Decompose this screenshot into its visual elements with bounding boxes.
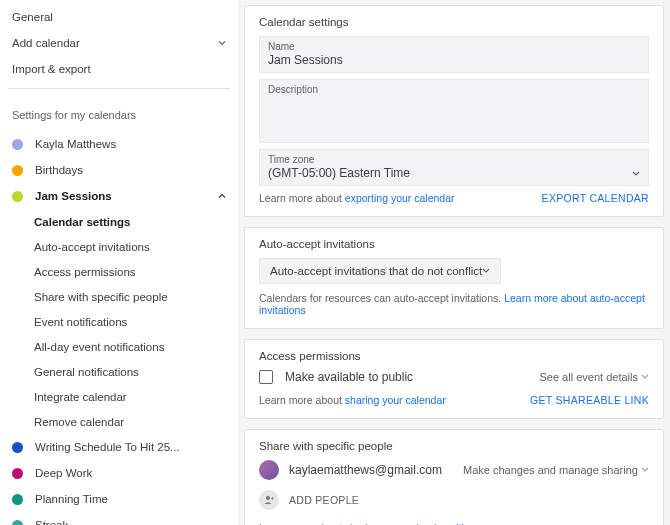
calendar-birthdays[interactable]: Birthdays (0, 157, 238, 183)
learn-more-text: Learn more about sharing your calendar (259, 394, 446, 406)
field-value: (GMT-05:00) Eastern Time (268, 165, 632, 181)
nav-add-calendar[interactable]: Add calendar (0, 30, 238, 56)
sub-allday-notifications[interactable]: All-day event notifications (22, 334, 238, 359)
calendar-subsettings: Calendar settings Auto-accept invitation… (0, 209, 238, 434)
add-people-label: ADD PEOPLE (289, 494, 359, 506)
calendar-kayla-matthews[interactable]: Kayla Matthews (0, 131, 238, 157)
calendar-color-dot (12, 442, 23, 453)
card-title: Calendar settings (259, 16, 649, 28)
dropdown-arrow-icon (482, 268, 490, 274)
divider (8, 88, 230, 89)
share-role-dropdown[interactable]: Make changes and manage sharing (463, 464, 649, 476)
access-permissions-card: Access permissions Make available to pub… (244, 339, 664, 419)
sub-general-notifications[interactable]: General notifications (22, 359, 238, 384)
field-label: Name (268, 41, 640, 52)
auto-accept-note: Calendars for resources can auto-accept … (259, 292, 649, 316)
chevron-down-icon (218, 39, 226, 47)
add-people-button[interactable]: ADD PEOPLE (259, 490, 649, 510)
settings-sidebar: General Add calendar Import & export Set… (0, 0, 238, 525)
get-shareable-link-button[interactable]: GET SHAREABLE LINK (530, 394, 649, 406)
nav-general[interactable]: General (0, 4, 238, 30)
field-label: Description (268, 84, 640, 95)
calendar-color-dot (12, 191, 23, 202)
learn-more-link[interactable]: exporting your calendar (345, 192, 455, 204)
auto-accept-dropdown[interactable]: Auto-accept invitations that do not conf… (259, 258, 501, 284)
sub-share-specific[interactable]: Share with specific people (22, 284, 238, 309)
nav-label: Import & export (12, 63, 226, 75)
dropdown-arrow-icon (632, 171, 640, 177)
auto-accept-card: Auto-accept invitations Auto-accept invi… (244, 227, 664, 329)
settings-main: Calendar settings Name Jam Sessions Desc… (238, 0, 670, 525)
calendar-jam-sessions[interactable]: Jam Sessions (0, 183, 238, 209)
dropdown-value: Auto-accept invitations that do not conf… (270, 265, 482, 277)
nav-label: General (12, 11, 226, 23)
dropdown-arrow-icon (641, 467, 649, 473)
calendar-label: Jam Sessions (35, 190, 218, 202)
sub-calendar-settings[interactable]: Calendar settings (22, 209, 238, 234)
field-value: Jam Sessions (268, 52, 640, 68)
sub-access-permissions[interactable]: Access permissions (22, 259, 238, 284)
sub-remove-calendar[interactable]: Remove calendar (22, 409, 238, 434)
share-people-card: Share with specific people kaylaematthew… (244, 429, 664, 525)
timezone-field[interactable]: Time zone (GMT-05:00) Eastern Time (259, 149, 649, 186)
calendar-label: Deep Work (35, 467, 226, 479)
calendar-deep-work[interactable]: Deep Work (0, 460, 238, 486)
avatar (259, 460, 279, 480)
card-title: Share with specific people (259, 440, 649, 452)
sub-integrate-calendar[interactable]: Integrate calendar (22, 384, 238, 409)
sub-event-notifications[interactable]: Event notifications (22, 309, 238, 334)
calendar-label: Birthdays (35, 164, 226, 176)
export-calendar-button[interactable]: EXPORT CALENDAR (542, 192, 649, 204)
calendar-planning-time[interactable]: Planning Time (0, 486, 238, 512)
dropdown-arrow-icon (641, 374, 649, 380)
calendar-label: Streak (35, 519, 226, 525)
sub-auto-accept[interactable]: Auto-accept invitations (22, 234, 238, 259)
calendar-writing-schedule[interactable]: Writing Schedule To Hit 25... (0, 434, 238, 460)
calendar-label: Writing Schedule To Hit 25... (35, 441, 226, 453)
calendar-label: Planning Time (35, 493, 226, 505)
visibility-dropdown[interactable]: See all event details (539, 371, 649, 383)
field-label: Time zone (268, 154, 632, 165)
name-field[interactable]: Name Jam Sessions (259, 36, 649, 73)
calendar-color-dot (12, 494, 23, 505)
learn-more-text: Learn more about exporting your calendar (259, 192, 455, 204)
calendar-color-dot (12, 520, 23, 526)
calendar-streak[interactable]: Streak (0, 512, 238, 525)
nav-label: Add calendar (12, 37, 218, 49)
calendar-color-dot (12, 139, 23, 150)
calendar-color-dot (12, 165, 23, 176)
calendar-settings-card: Calendar settings Name Jam Sessions Desc… (244, 5, 664, 217)
person-add-icon (259, 490, 279, 510)
card-title: Access permissions (259, 350, 649, 362)
public-checkbox[interactable] (259, 370, 273, 384)
checkbox-label: Make available to public (285, 370, 413, 384)
svg-point-0 (266, 496, 270, 500)
learn-more-link[interactable]: sharing your calendar (345, 394, 446, 406)
card-title: Auto-accept invitations (259, 238, 649, 250)
description-field[interactable]: Description (259, 79, 649, 143)
share-email: kaylaematthews@gmail.com (289, 463, 442, 477)
nav-import-export[interactable]: Import & export (0, 56, 238, 82)
chevron-up-icon (218, 192, 226, 200)
calendar-label: Kayla Matthews (35, 138, 226, 150)
my-calendars-heading: Settings for my calendars (0, 95, 238, 131)
calendar-color-dot (12, 468, 23, 479)
